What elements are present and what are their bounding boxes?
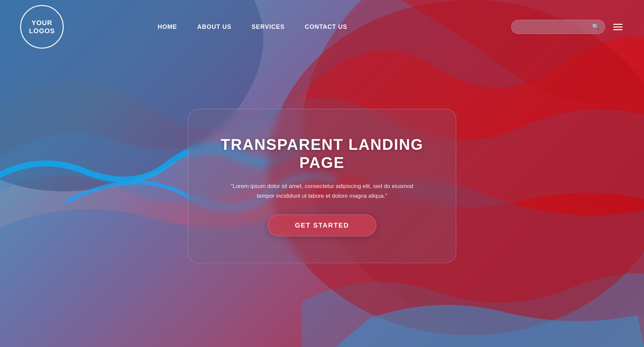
nav-right: 🔍: [511, 20, 624, 34]
nav-item-services[interactable]: SERVICES: [252, 23, 285, 31]
glass-card: TRANSPARENT LANDING PAGE "Lorem ipsum do…: [188, 109, 456, 263]
nav-item-contact[interactable]: CONTACT US: [305, 23, 347, 31]
nav-item-about[interactable]: ABOUT US: [197, 23, 231, 31]
search-bar[interactable]: 🔍: [511, 20, 605, 34]
navbar: YOURLOGOS HOME ABOUT US SERVICES CONTACT…: [0, 0, 644, 54]
hero-description: "Lorem ipsum dolor sit amet, consectetur…: [228, 182, 416, 201]
hamburger-line-2: [613, 26, 623, 27]
hero-section: TRANSPARENT LANDING PAGE "Lorem ipsum do…: [188, 109, 456, 263]
nav-links: HOME ABOUT US SERVICES CONTACT US: [158, 23, 511, 31]
search-input[interactable]: [517, 24, 592, 30]
get-started-button[interactable]: GET STARTED: [268, 215, 376, 236]
logo-text: YOURLOGOS: [29, 19, 55, 35]
hamburger-line-1: [613, 24, 623, 25]
nav-item-home[interactable]: HOME: [158, 23, 177, 31]
hamburger-line-3: [613, 29, 623, 30]
hero-title: TRANSPARENT LANDING PAGE: [208, 135, 436, 172]
search-icon[interactable]: 🔍: [592, 23, 599, 31]
hamburger-button[interactable]: [612, 22, 624, 32]
logo[interactable]: YOURLOGOS: [20, 5, 64, 49]
